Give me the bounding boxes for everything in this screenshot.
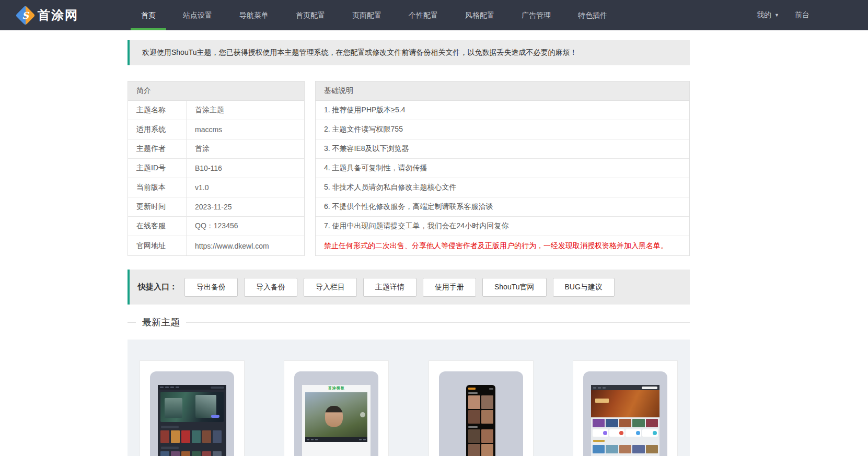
device-frame <box>583 371 667 456</box>
table-row: 更新时间 2023-11-25 <box>128 197 304 217</box>
nav-item-home[interactable]: 首页 <box>131 0 166 30</box>
export-backup-button[interactable]: 导出备份 <box>184 278 238 297</box>
row-value: 2023-11-25 <box>187 203 232 211</box>
nav-item-home-config[interactable]: 首页配置 <box>285 0 335 30</box>
row-label: 主题作者 <box>128 139 187 158</box>
table-row: 主题名称 首涂主题 <box>128 101 304 120</box>
row-label: 当前版本 <box>128 178 187 197</box>
device-frame <box>150 371 234 456</box>
user-manual-button[interactable]: 使用手册 <box>423 278 476 297</box>
row-label: 主题名称 <box>128 101 187 120</box>
note-row: 4. 主题具备可复制性，请勿传播 <box>316 159 689 178</box>
row-label: 主题ID号 <box>128 159 187 178</box>
note-row: 2. 主题文件读写权限755 <box>316 120 689 139</box>
dark-movie-site-theme-screenshot <box>158 385 226 456</box>
row-label: 官网地址 <box>128 236 187 255</box>
license-warning-text: 禁止任何形式的二次出售、分享他人等侵害作者及正版用户的行为，一经发现取消授权资格… <box>316 236 689 255</box>
note-row: 7. 使用中出现问题请提交工单，我们会在24小时内回复你 <box>316 217 689 236</box>
latest-themes-panel: 首涂模板 <box>128 340 690 456</box>
note-row: 5. 非技术人员请勿私自修改主题核心文件 <box>316 178 689 197</box>
nav-item-featured-plugins[interactable]: 特色插件 <box>568 0 618 30</box>
logo-icon: S <box>15 5 35 25</box>
chevron-down-icon: ▼ <box>774 13 779 18</box>
note-row: 1. 推荐使用PHP版本≥5.4 <box>316 101 689 120</box>
video-player-page-theme-screenshot: 首涂模板 <box>302 385 371 456</box>
row-value: maccms <box>187 125 222 134</box>
shoutu-website-button[interactable]: ShouTu官网 <box>482 278 547 297</box>
nav-item-ad-management[interactable]: 广告管理 <box>511 0 561 30</box>
theme-card[interactable] <box>140 360 245 456</box>
row-value: 首涂 <box>187 144 210 154</box>
device-frame: 首涂模板 <box>294 371 378 456</box>
note-row: 3. 不兼容IE8及以下浏览器 <box>316 139 689 159</box>
nav-item-page-config[interactable]: 页面配置 <box>342 0 392 30</box>
note-row: 6. 不提供个性化修改服务，高端定制请联系客服洽谈 <box>316 197 689 217</box>
quick-links-label: 快捷入口： <box>138 282 177 292</box>
row-value: B10-116 <box>187 164 222 172</box>
table-row: 在线客服 QQ：123456 <box>128 217 304 236</box>
movie-portal-theme-screenshot <box>591 385 659 456</box>
table-row: 主题作者 首涂 <box>128 139 304 159</box>
theme-card[interactable] <box>429 360 534 456</box>
info-section: 简介 主题名称 首涂主题 适用系统 maccms 主题作者 首涂 主题ID号 B… <box>128 81 690 256</box>
theme-card[interactable] <box>573 360 678 456</box>
notes-table: 基础说明 1. 推荐使用PHP版本≥5.4 2. 主题文件读写权限755 3. … <box>315 81 690 256</box>
device-frame <box>439 371 523 456</box>
import-backup-button[interactable]: 导入备份 <box>244 278 297 297</box>
notes-table-header: 基础说明 <box>316 81 689 101</box>
table-row: 适用系统 maccms <box>128 120 304 139</box>
my-account-menu[interactable]: 我的 ▼ <box>757 10 779 20</box>
logo[interactable]: S 首涂网 <box>0 7 128 24</box>
welcome-text: 欢迎使用ShouTu主题，您已获得授权使用本主题管理系统，在您配置或修改文件前请… <box>142 48 577 57</box>
nav-item-site-settings[interactable]: 站点设置 <box>172 0 223 30</box>
divider <box>186 322 690 323</box>
nav-item-style-config[interactable]: 风格配置 <box>455 0 505 30</box>
row-label: 在线客服 <box>128 217 187 236</box>
welcome-banner: 欢迎使用ShouTu主题，您已获得授权使用本主题管理系统，在您配置或修改文件前请… <box>128 40 690 65</box>
main-content: 欢迎使用ShouTu主题，您已获得授权使用本主题管理系统，在您配置或修改文件前请… <box>128 40 690 456</box>
mobile-app-theme-screenshot <box>447 385 515 456</box>
topbar-right: 我的 ▼ 前台 <box>757 10 809 20</box>
theme-card[interactable]: 首涂模板 <box>284 360 389 456</box>
intro-table: 简介 主题名称 首涂主题 适用系统 maccms 主题作者 首涂 主题ID号 B… <box>128 81 305 256</box>
player-logo-text: 首涂模板 <box>328 385 345 391</box>
table-row: 当前版本 v1.0 <box>128 178 304 197</box>
bug-suggestions-button[interactable]: BUG与建议 <box>553 278 615 297</box>
intro-table-header: 简介 <box>128 81 304 101</box>
divider <box>128 322 136 323</box>
latest-themes-header: 最新主题 <box>128 316 690 329</box>
nav-item-nav-menu[interactable]: 导航菜单 <box>229 0 279 30</box>
top-navbar: S 首涂网 首页 站点设置 导航菜单 首页配置 页面配置 个性配置 风格配置 广… <box>0 0 868 30</box>
phone-mockup <box>466 385 495 456</box>
table-row: 官网地址 https://www.dkewl.com <box>128 236 304 255</box>
row-label: 更新时间 <box>128 197 187 216</box>
row-value: QQ：123456 <box>187 221 238 231</box>
quick-links-bar: 快捷入口： 导出备份 导入备份 导入栏目 主题详情 使用手册 ShouTu官网 … <box>128 270 690 305</box>
import-categories-button[interactable]: 导入栏目 <box>304 278 357 297</box>
row-value: v1.0 <box>187 183 209 192</box>
frontend-link[interactable]: 前台 <box>795 10 809 20</box>
official-site-url[interactable]: https://www.dkewl.com <box>187 242 269 250</box>
nav-item-personalization-config[interactable]: 个性配置 <box>398 0 448 30</box>
row-label: 适用系统 <box>128 120 187 139</box>
frontend-label: 前台 <box>795 10 809 20</box>
my-account-label: 我的 <box>757 10 771 20</box>
row-value: 首涂主题 <box>187 106 224 115</box>
table-row: 主题ID号 B10-116 <box>128 159 304 178</box>
latest-themes-title: 最新主题 <box>142 316 180 329</box>
logo-text: 首涂网 <box>38 7 78 24</box>
theme-details-button[interactable]: 主题详情 <box>363 278 416 297</box>
main-nav: 首页 站点设置 导航菜单 首页配置 页面配置 个性配置 风格配置 广告管理 特色… <box>128 0 621 30</box>
